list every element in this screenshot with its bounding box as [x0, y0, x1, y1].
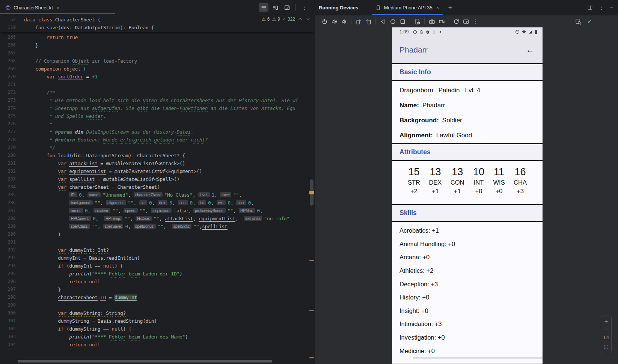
- chevron-down-icon[interactable]: [305, 16, 311, 22]
- line-number: 294: [0, 262, 24, 270]
- stripe-mark[interactable]: [309, 357, 314, 358]
- line-number: 269: [0, 65, 24, 73]
- code-line: 119 fun save(dos: DataOutputStream): Boo…: [0, 24, 315, 32]
- editor-horizontal-scrollbar[interactable]: [18, 360, 272, 362]
- device-ui-shortcuts-button[interactable]: [461, 17, 471, 26]
- line-number: 52: [0, 16, 24, 24]
- toolbar-more-button[interactable]: ⋮: [471, 17, 481, 26]
- add-device-tab-button[interactable]: +: [448, 4, 452, 12]
- line-number: 301: [0, 317, 24, 325]
- line-number: 279: [0, 144, 24, 152]
- attribute-column: 13CON+1: [451, 166, 464, 195]
- field-label: Name:: [399, 102, 419, 109]
- line-number: 275: [0, 112, 24, 120]
- stripe-mark[interactable]: [309, 310, 314, 311]
- minimize-icon[interactable]: ─: [610, 5, 613, 10]
- warning-count-major: 6: [267, 17, 270, 22]
- line-number: 289: [0, 223, 24, 230]
- reader-mode-button[interactable]: [259, 3, 268, 12]
- line-number: 268: [0, 57, 24, 65]
- back-triangle-icon: [380, 18, 386, 25]
- volume-down-button[interactable]: [339, 17, 349, 26]
- line-number: 273: [0, 96, 24, 104]
- editor-options-button[interactable]: ⋮: [300, 3, 309, 12]
- code-line: 281 var attackList = mutableStateListOf<…: [0, 159, 315, 167]
- line-number: 304: [0, 341, 24, 349]
- volume-up-button[interactable]: [329, 17, 339, 26]
- line-number: 302: [0, 325, 24, 333]
- design-view-button[interactable]: [282, 3, 292, 12]
- wifi-icon: [522, 30, 526, 34]
- window-layout-icon[interactable]: [587, 5, 593, 11]
- chevron-up-icon[interactable]: [297, 16, 303, 22]
- status-time: 1:09: [399, 29, 408, 35]
- notification-dot-icon: [440, 31, 441, 33]
- zoom-reset-button[interactable]: 1:1: [603, 335, 609, 340]
- rotate-right-button[interactable]: [363, 17, 373, 26]
- tab-scrollbar[interactable]: [0, 13, 115, 14]
- stripe-warning-mark[interactable]: [309, 191, 314, 194]
- code-lines[interactable]: 265 return true266 }267268 // Companion …: [0, 33, 315, 364]
- device-tab-medium-phone[interactable]: Medium Phone API 35 ×: [372, 0, 443, 15]
- info-icon: [413, 30, 417, 34]
- hamburger-icon: [261, 5, 267, 11]
- back-button[interactable]: [378, 17, 388, 26]
- stripe-mark[interactable]: [309, 260, 314, 261]
- code-text: spellClass:"", spellSave:0, spellBonus:"…: [24, 223, 228, 230]
- close-icon[interactable]: ×: [436, 5, 439, 11]
- back-arrow-icon[interactable]: ←: [526, 46, 534, 54]
- close-icon[interactable]: ×: [57, 5, 60, 11]
- line-number: 281: [0, 159, 24, 167]
- android-studio-window: { "icons":{"close":"×","kebab":"⋮","plus…: [0, 0, 618, 364]
- split-view-icon: [272, 5, 279, 11]
- section-header-skills: Skills: [392, 205, 543, 222]
- screenshot-compare-icon[interactable]: [575, 18, 581, 25]
- toolbar-separator: [351, 18, 351, 24]
- attribute-column: 16CHA+3: [514, 166, 527, 195]
- class-value: Paladin: [439, 87, 460, 94]
- split-preview-button[interactable]: [270, 3, 280, 12]
- snapshot-button[interactable]: [451, 17, 461, 26]
- code-line: 300 var dummyString: String?: [0, 309, 315, 317]
- code-text: return null: [24, 341, 100, 349]
- code-text: data class CharacterSheet (: [24, 16, 100, 24]
- home-button[interactable]: [388, 17, 398, 26]
- skill-row: Arcana: +0: [399, 251, 535, 264]
- attribute-modifier: +1: [451, 187, 464, 195]
- code-line: 293 dummyInt = Basis.readInt(din): [0, 254, 315, 262]
- skill-row: Acrobatics: +1: [399, 224, 535, 238]
- line-number: 266: [0, 41, 24, 49]
- code-line: 269 companion object {: [0, 65, 315, 73]
- screenshot-button[interactable]: [427, 17, 437, 26]
- code-line: 273 * Die Methode load holt sich die Dat…: [0, 96, 315, 104]
- code-text: * Die Methode load holt sich die Daten d…: [24, 96, 298, 104]
- sticky-lines[interactable]: ⚠6 ⚠9 ✓322 52data class CharacterSheet (…: [0, 15, 315, 32]
- skill-row: Athletics: +2: [399, 264, 535, 278]
- device-tab-label: Medium Phone API 35: [384, 5, 432, 11]
- zoom-fit-icon[interactable]: [603, 344, 609, 350]
- code-text: var characterSheet = CharacterSheet(: [24, 183, 160, 191]
- line-number: 277: [0, 128, 24, 136]
- running-devices-tab-bar: Running Devices Medium Phone API 35 × + …: [315, 0, 618, 15]
- editor-tab-bar: CharacterSheet.kt × ⋮: [0, 0, 315, 15]
- power-button[interactable]: [320, 17, 329, 26]
- code-line: 304 return null: [0, 341, 315, 349]
- kebab-icon[interactable]: ⋮: [599, 5, 604, 11]
- code-text: fun load(din: DataInputStream): Characte…: [24, 152, 185, 159]
- attribute-score: 13: [429, 166, 442, 177]
- inspections-widget[interactable]: ⚠6 ⚠9 ✓322: [259, 16, 311, 22]
- emulator-toolbar: ⋮ ✓: [315, 15, 618, 27]
- toolbar-separator: [449, 18, 449, 24]
- code-text: println("**** Fehler beim Laden der ID"): [24, 270, 182, 278]
- phone-screen[interactable]: 1:09 Phadarr ← Basic I: [392, 27, 543, 364]
- screen-record-button[interactable]: [437, 17, 446, 26]
- shield-off-icon: [419, 30, 424, 34]
- toolbar-separator: [375, 18, 376, 24]
- zoom-out-button[interactable]: −: [604, 328, 608, 331]
- field-label: Background:: [399, 117, 439, 124]
- rotate-left-button[interactable]: [354, 17, 363, 26]
- zoom-in-button[interactable]: +: [604, 319, 608, 324]
- line-number: 285: [0, 191, 24, 199]
- device-settings-button[interactable]: [412, 17, 422, 26]
- overview-button[interactable]: [398, 17, 407, 26]
